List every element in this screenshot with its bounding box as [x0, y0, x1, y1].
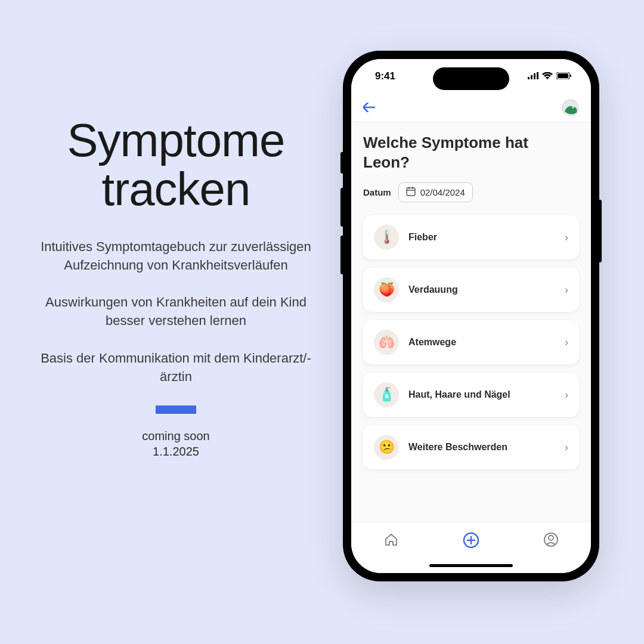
svg-rect-9 [407, 188, 415, 196]
symptom-label: Atemwege [408, 337, 565, 348]
dynamic-island [433, 67, 509, 90]
svg-point-8 [572, 106, 574, 108]
phone-side-button [340, 236, 344, 274]
svg-rect-3 [537, 72, 538, 79]
signal-icon [528, 70, 538, 82]
symptom-card-verdauung[interactable]: 🍑 Verdauung › [363, 268, 579, 312]
promo-desc-2: Auswirkungen von Krankheiten auf dein Ki… [36, 293, 316, 330]
nav-home[interactable] [383, 532, 399, 547]
svg-rect-2 [534, 73, 535, 79]
symptom-card-atemwege[interactable]: 🫁 Atemwege › [363, 320, 579, 364]
back-button[interactable] [363, 100, 375, 116]
nav-profile[interactable] [543, 532, 559, 547]
date-row: Datum 02/04/2024 [363, 182, 579, 202]
symptom-label: Fieber [408, 232, 565, 243]
symptom-label: Weitere Beschwerden [408, 442, 565, 453]
release-date: 1.1.2025 [36, 444, 316, 459]
title-line-2: tracken [102, 163, 250, 215]
date-value: 02/04/2024 [420, 187, 465, 197]
svg-point-17 [549, 535, 553, 540]
stomach-icon: 🍑 [374, 277, 399, 302]
chevron-right-icon: › [565, 441, 568, 454]
face-icon: 😕 [374, 435, 399, 460]
avatar[interactable] [562, 100, 579, 116]
status-time: 9:41 [375, 70, 395, 82]
chevron-right-icon: › [565, 336, 568, 349]
phone-side-button [340, 152, 344, 174]
status-icons [528, 70, 572, 82]
phone-power-button [598, 200, 602, 262]
chevron-right-icon: › [565, 284, 568, 296]
coming-soon-block: coming soon 1.1.2025 [36, 428, 316, 459]
phone-screen: 9:41 Welche Symptome hat [351, 59, 591, 573]
symptom-label: Haut, Haare und Nägel [408, 389, 565, 400]
symptom-card-haut[interactable]: 🧴 Haut, Haare und Nägel › [363, 373, 579, 417]
symptom-label: Verdauung [408, 284, 565, 295]
page-title: Welche Symptome hat Leon? [363, 133, 579, 172]
screen-content: Welche Symptome hat Leon? Datum 02/04/20… [351, 122, 591, 488]
promo-panel: Symptome tracken Intuitives Symptomtageb… [36, 116, 316, 459]
battery-icon [556, 70, 572, 82]
coming-soon-text: coming soon [36, 428, 316, 444]
title-line-1: Symptome [67, 114, 285, 166]
wifi-icon [542, 70, 553, 82]
symptom-card-fieber[interactable]: 🌡️ Fieber › [363, 215, 579, 259]
symptom-card-weitere[interactable]: 😕 Weitere Beschwerden › [363, 425, 579, 469]
nav-add[interactable] [463, 532, 479, 549]
phone-mockup: 9:41 Welche Symptome hat [343, 51, 599, 581]
svg-rect-5 [558, 73, 568, 78]
svg-rect-1 [531, 75, 532, 79]
skin-icon: 🧴 [374, 382, 399, 407]
home-indicator[interactable] [429, 564, 513, 567]
nav-bar [351, 94, 591, 122]
date-label: Datum [363, 187, 391, 197]
svg-rect-6 [570, 75, 571, 77]
accent-bar [156, 405, 196, 414]
thermometer-icon: 🌡️ [374, 225, 399, 250]
date-picker[interactable]: 02/04/2024 [398, 182, 473, 202]
svg-rect-0 [528, 77, 530, 79]
calendar-icon [406, 187, 416, 198]
chevron-right-icon: › [565, 389, 568, 401]
phone-side-button [340, 188, 344, 227]
promo-desc-3: Basis der Kommunikation mit dem Kinderar… [36, 349, 316, 386]
chevron-right-icon: › [565, 231, 568, 244]
promo-desc-1: Intuitives Symptomtagebuch zur zuverläss… [36, 238, 316, 275]
promo-title: Symptome tracken [36, 116, 316, 214]
lungs-icon: 🫁 [374, 330, 399, 355]
